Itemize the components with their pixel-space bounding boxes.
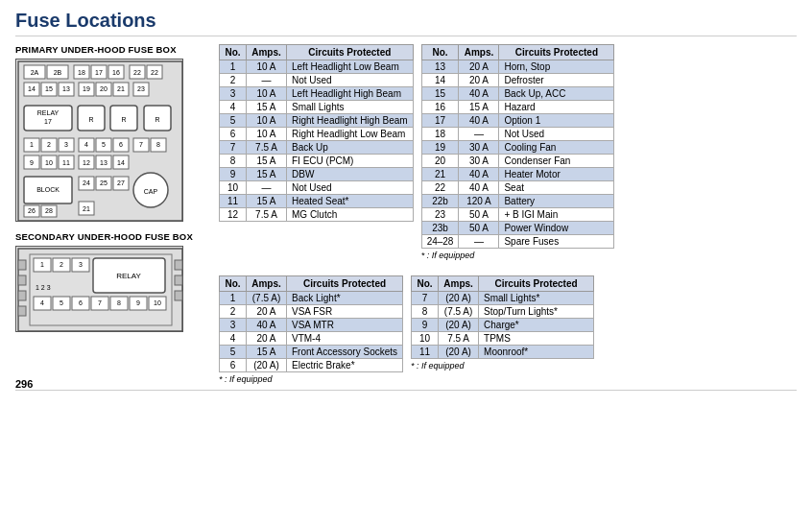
svg-text:6: 6: [79, 299, 83, 306]
table4-header-no: No.: [412, 276, 439, 292]
table1: No. Amps. Circuits Protected 110 ALeft H…: [219, 44, 414, 222]
table-row: 107.5 ATPMS: [412, 332, 594, 346]
table-row: 915 ADBW: [220, 168, 414, 181]
table-row: 1615 AHazard: [421, 101, 614, 114]
svg-text:21: 21: [83, 205, 90, 212]
svg-text:17: 17: [44, 118, 52, 125]
table2-header-amps: Amps.: [459, 45, 499, 60]
svg-text:11: 11: [62, 159, 70, 166]
primary-fuse-box-diagram: 2A 2B 18 17 16 22 22 14 15 13: [15, 59, 183, 222]
table-row: 1320 AHorn, Stop: [421, 60, 614, 74]
svg-text:1: 1: [30, 141, 34, 148]
primary-label: PRIMARY UNDER-HOOD FUSE BOX: [15, 44, 207, 55]
svg-rect-85: [18, 291, 26, 300]
table-row: 1115 AHeated Seat*: [220, 195, 414, 208]
table4-header-amps: Amps.: [439, 276, 479, 292]
svg-text:26: 26: [28, 207, 36, 214]
secondary-label: SECONDARY UNDER-HOOD FUSE BOX: [15, 231, 207, 242]
table-row: 515 AFront Accessory Sockets: [220, 346, 403, 359]
svg-text:14: 14: [28, 85, 36, 92]
svg-rect-87: [175, 260, 182, 270]
svg-rect-83: [18, 260, 26, 270]
table-row: 2—Not Used: [220, 74, 414, 87]
table1-header-no: No.: [220, 45, 247, 60]
table3-header-amps: Amps.: [247, 276, 287, 292]
svg-text:24: 24: [83, 179, 90, 186]
svg-rect-86: [18, 306, 26, 316]
svg-text:21: 21: [117, 85, 125, 92]
svg-text:2: 2: [47, 141, 51, 148]
table-row: 127.5 AMG Clutch: [220, 208, 414, 222]
table-row: 10—Not Used: [220, 181, 414, 195]
svg-text:18: 18: [78, 69, 85, 76]
table-row: 8(7.5 A)Stop/Turn Lights*: [412, 305, 594, 319]
table-row: 815 AFI ECU (PCM): [220, 155, 414, 168]
svg-text:1 2 3: 1 2 3: [36, 284, 51, 291]
table-row: 6(20 A)Electric Brake*: [220, 359, 403, 372]
svg-text:9: 9: [30, 159, 34, 166]
table-row: 7(20 A)Small Lights*: [412, 292, 594, 305]
table-row: 77.5 ABack Up: [220, 141, 414, 155]
svg-text:25: 25: [100, 179, 107, 186]
table4-note: * : If equipped: [411, 361, 594, 371]
svg-text:14: 14: [117, 159, 125, 166]
svg-text:R: R: [88, 116, 93, 123]
table-row: 22b120 ABattery: [421, 195, 614, 208]
svg-text:27: 27: [117, 179, 125, 186]
svg-text:CAP: CAP: [144, 188, 158, 195]
table-row: 110 ALeft Headlight Low Beam: [220, 60, 414, 74]
tables-column: No. Amps. Circuits Protected 110 ALeft H…: [219, 44, 797, 384]
table2-header-no: No.: [421, 45, 459, 60]
bottom-tables-row: No. Amps. Circuits Protected 1(7.5 A)Bac…: [219, 275, 797, 384]
svg-text:10: 10: [154, 299, 161, 306]
svg-text:9: 9: [136, 299, 140, 306]
table-row: 2350 A+ B IGI Main: [421, 208, 614, 222]
table1-container: No. Amps. Circuits Protected 110 ALeft H…: [219, 44, 414, 260]
table-row: 2030 ACondenser Fan: [421, 155, 614, 168]
svg-text:RELAY: RELAY: [37, 109, 60, 116]
table2-note: * : If equipped: [421, 251, 615, 260]
table-row: 340 AVSA MTR: [220, 319, 403, 332]
table2: No. Amps. Circuits Protected 1320 AHorn,…: [421, 44, 615, 249]
svg-text:4: 4: [40, 299, 44, 306]
table-row: 2240 ASeat: [421, 181, 614, 195]
svg-text:BLOCK: BLOCK: [36, 186, 60, 193]
table-row: 420 AVTM-4: [220, 332, 403, 346]
svg-text:8: 8: [156, 141, 160, 148]
table-row: 2140 AHeater Motor: [421, 168, 614, 181]
primary-fuse-svg: 2A 2B 18 17 16 22 22 14 15 13: [16, 60, 184, 223]
svg-text:19: 19: [83, 85, 90, 92]
table-row: 23b50 APower Window: [421, 222, 614, 235]
top-tables-row: No. Amps. Circuits Protected 110 ALeft H…: [219, 44, 797, 260]
svg-text:1: 1: [40, 261, 44, 268]
svg-text:15: 15: [45, 85, 53, 92]
svg-text:3: 3: [79, 261, 83, 268]
table-row: 24–28—Spare Fuses: [421, 235, 614, 249]
svg-text:10: 10: [45, 159, 53, 166]
table3: No. Amps. Circuits Protected 1(7.5 A)Bac…: [219, 275, 403, 372]
svg-text:5: 5: [102, 141, 106, 148]
svg-text:6: 6: [119, 141, 123, 148]
table-row: 415 ASmall Lights: [220, 101, 414, 114]
svg-text:8: 8: [117, 299, 121, 306]
diagrams-column: PRIMARY UNDER-HOOD FUSE BOX 2A 2B 18 17 …: [15, 44, 207, 384]
svg-text:17: 17: [95, 69, 103, 76]
table-row: 1(7.5 A)Back Light*: [220, 292, 403, 305]
table-row: 310 ALeft Headlight High Beam: [220, 87, 414, 101]
page-number: 296: [15, 378, 33, 390]
svg-rect-84: [18, 275, 26, 285]
svg-rect-89: [175, 291, 182, 300]
svg-text:2A: 2A: [31, 69, 39, 76]
table2-container: No. Amps. Circuits Protected 1320 AHorn,…: [421, 44, 615, 260]
table2-header-circ: Circuits Protected: [499, 45, 614, 60]
secondary-fuse-svg: 1 2 3 4 5 6 7 8 9 10 RELAY: [16, 247, 184, 333]
svg-text:16: 16: [112, 69, 120, 76]
table-row: 11(20 A)Moonroof*: [412, 346, 594, 359]
table1-header-amps: Amps.: [247, 45, 287, 60]
svg-text:R: R: [155, 116, 159, 123]
table-row: 220 AVSA FSR: [220, 305, 403, 319]
table3-note: * : If equipped: [219, 374, 403, 384]
svg-rect-88: [175, 275, 182, 285]
svg-text:28: 28: [45, 207, 53, 214]
table-row: 1930 ACooling Fan: [421, 141, 614, 155]
